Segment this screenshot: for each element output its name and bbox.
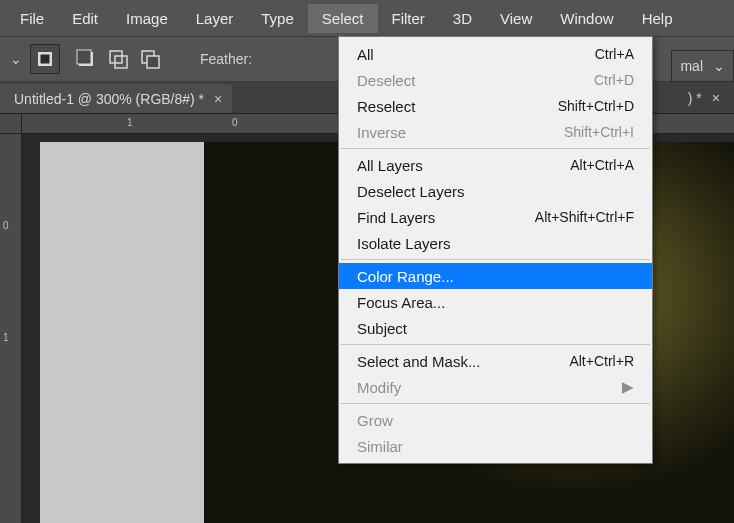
- svg-rect-5: [115, 56, 127, 68]
- menu-item-shortcut: Shift+Ctrl+D: [558, 98, 634, 114]
- select-menu-dropdown: All Ctrl+A Deselect Ctrl+D Reselect Shif…: [338, 36, 653, 464]
- menu-type[interactable]: Type: [247, 4, 308, 33]
- ruler-tick-label: 0: [3, 220, 9, 231]
- menu-window[interactable]: Window: [546, 4, 627, 33]
- menu-separator: [341, 403, 650, 404]
- menu-separator: [341, 148, 650, 149]
- svg-rect-4: [110, 51, 122, 63]
- document-tab-other-suffix: ) *: [688, 90, 702, 106]
- menu-item-label: Deselect Layers: [357, 183, 465, 200]
- menu-help[interactable]: Help: [628, 4, 687, 33]
- selection-subtract-icon[interactable]: [136, 45, 164, 73]
- ruler-vertical: 0 1: [0, 134, 22, 523]
- menu-item-label: All Layers: [357, 157, 423, 174]
- tool-preset-icon[interactable]: [30, 44, 60, 74]
- menu-item-grow: Grow: [339, 407, 652, 433]
- menu-file[interactable]: File: [6, 4, 58, 33]
- ruler-corner: [0, 114, 22, 134]
- selection-new-icon[interactable]: [72, 45, 100, 73]
- blend-mode-dropdown[interactable]: mal ⌄: [671, 50, 734, 82]
- chevron-down-icon: ⌄: [713, 58, 725, 74]
- svg-rect-7: [147, 56, 159, 68]
- menu-3d[interactable]: 3D: [439, 4, 486, 33]
- menu-item-label: Subject: [357, 320, 407, 337]
- close-icon[interactable]: ×: [712, 90, 720, 106]
- menu-edit[interactable]: Edit: [58, 4, 112, 33]
- menu-item-label: Color Range...: [357, 268, 454, 285]
- submenu-arrow-icon: ▶: [622, 378, 634, 396]
- menu-item-shortcut: Alt+Ctrl+A: [570, 157, 634, 173]
- close-icon[interactable]: ×: [214, 91, 222, 107]
- menu-item-label: Isolate Layers: [357, 235, 450, 252]
- menu-item-all[interactable]: All Ctrl+A: [339, 41, 652, 67]
- menu-item-modify: Modify ▶: [339, 374, 652, 400]
- svg-rect-3: [77, 50, 91, 64]
- menu-item-label: Deselect: [357, 72, 415, 89]
- menu-item-shortcut: Ctrl+D: [594, 72, 634, 88]
- menu-item-label: Reselect: [357, 98, 415, 115]
- menu-item-shortcut: Alt+Shift+Ctrl+F: [535, 209, 634, 225]
- menu-item-label: Modify: [357, 379, 401, 396]
- menu-select[interactable]: Select: [308, 4, 378, 33]
- menu-item-select-and-mask[interactable]: Select and Mask... Alt+Ctrl+R: [339, 348, 652, 374]
- menu-item-label: Inverse: [357, 124, 406, 141]
- menu-filter[interactable]: Filter: [378, 4, 439, 33]
- menu-item-similar: Similar: [339, 433, 652, 459]
- menu-item-subject[interactable]: Subject: [339, 315, 652, 341]
- menu-item-label: Select and Mask...: [357, 353, 480, 370]
- chevron-down-icon[interactable]: ⌄: [10, 51, 22, 67]
- menu-separator: [341, 259, 650, 260]
- menu-item-label: Focus Area...: [357, 294, 445, 311]
- menu-item-label: All: [357, 46, 374, 63]
- menu-bar: File Edit Image Layer Type Select Filter…: [0, 0, 734, 36]
- document-tab-other[interactable]: ) * ×: [680, 82, 728, 113]
- menu-layer[interactable]: Layer: [182, 4, 248, 33]
- blend-mode-value: mal: [680, 58, 703, 74]
- menu-item-find-layers[interactable]: Find Layers Alt+Shift+Ctrl+F: [339, 204, 652, 230]
- menu-item-inverse: Inverse Shift+Ctrl+I: [339, 119, 652, 145]
- menu-item-label: Find Layers: [357, 209, 435, 226]
- menu-item-shortcut: Shift+Ctrl+I: [564, 124, 634, 140]
- document-tab-title: Untitled-1 @ 300% (RGB/8#) *: [14, 91, 204, 107]
- menu-image[interactable]: Image: [112, 4, 182, 33]
- menu-item-isolate-layers[interactable]: Isolate Layers: [339, 230, 652, 256]
- document-tab-active[interactable]: Untitled-1 @ 300% (RGB/8#) * ×: [0, 84, 232, 113]
- menu-view[interactable]: View: [486, 4, 546, 33]
- menu-item-all-layers[interactable]: All Layers Alt+Ctrl+A: [339, 152, 652, 178]
- menu-item-shortcut: Ctrl+A: [595, 46, 634, 62]
- menu-item-deselect: Deselect Ctrl+D: [339, 67, 652, 93]
- ruler-tick-label: 1: [127, 117, 133, 128]
- menu-item-reselect[interactable]: Reselect Shift+Ctrl+D: [339, 93, 652, 119]
- menu-item-focus-area[interactable]: Focus Area...: [339, 289, 652, 315]
- ruler-tick-label: 0: [232, 117, 238, 128]
- feather-label: Feather:: [200, 51, 252, 67]
- ruler-tick-label: 1: [3, 332, 9, 343]
- selection-add-icon[interactable]: [104, 45, 132, 73]
- menu-item-label: Grow: [357, 412, 393, 429]
- svg-rect-1: [40, 54, 50, 64]
- menu-item-deselect-layers[interactable]: Deselect Layers: [339, 178, 652, 204]
- menu-item-color-range[interactable]: Color Range...: [339, 263, 652, 289]
- menu-separator: [341, 344, 650, 345]
- menu-item-label: Similar: [357, 438, 403, 455]
- menu-item-shortcut: Alt+Ctrl+R: [569, 353, 634, 369]
